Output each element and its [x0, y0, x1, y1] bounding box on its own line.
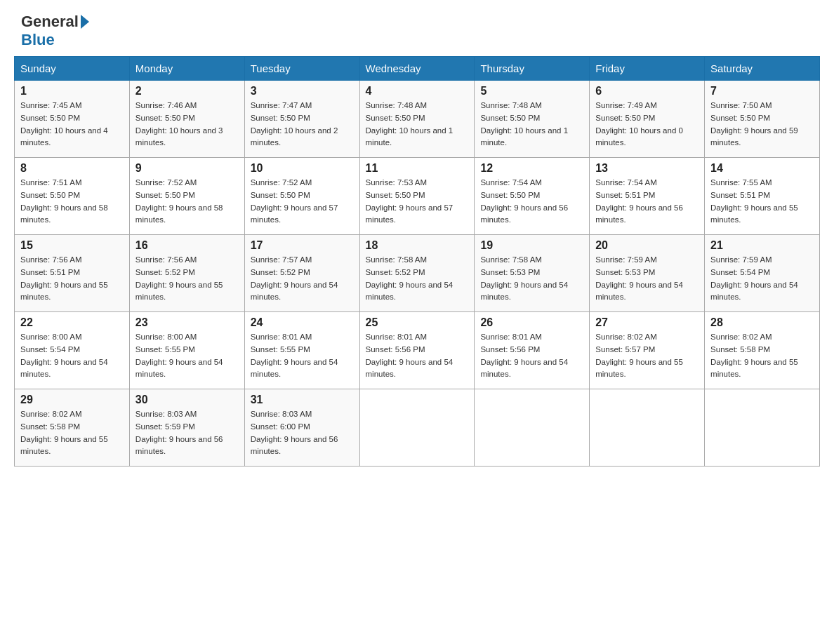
header-thursday: Thursday	[475, 57, 590, 81]
day-number-20: 20	[595, 239, 699, 252]
day-number-29: 29	[20, 394, 124, 406]
week-row-3: 15Sunrise: 7:56 AMSunset: 5:51 PMDayligh…	[15, 235, 820, 312]
day-info-13: Sunrise: 7:54 AMSunset: 5:51 PMDaylight:…	[595, 177, 699, 227]
logo-triangle-icon	[81, 15, 89, 29]
empty-cell	[590, 389, 705, 467]
day-cell-20: 20Sunrise: 7:59 AMSunset: 5:53 PMDayligh…	[590, 235, 705, 312]
week-row-5: 29Sunrise: 8:02 AMSunset: 5:58 PMDayligh…	[15, 389, 820, 467]
day-info-28: Sunrise: 8:02 AMSunset: 5:58 PMDaylight:…	[710, 331, 814, 381]
day-info-27: Sunrise: 8:02 AMSunset: 5:57 PMDaylight:…	[595, 331, 699, 381]
day-info-8: Sunrise: 7:51 AMSunset: 5:50 PMDaylight:…	[20, 177, 124, 227]
day-cell-1: 1Sunrise: 7:45 AMSunset: 5:50 PMDaylight…	[15, 81, 130, 158]
day-info-26: Sunrise: 8:01 AMSunset: 5:56 PMDaylight:…	[480, 331, 583, 381]
day-info-24: Sunrise: 8:01 AMSunset: 5:55 PMDaylight:…	[251, 331, 354, 381]
day-number-14: 14	[710, 162, 814, 175]
calendar-header-row: SundayMondayTuesdayWednesdayThursdayFrid…	[15, 57, 820, 81]
day-info-9: Sunrise: 7:52 AMSunset: 5:50 PMDaylight:…	[135, 177, 239, 227]
day-number-26: 26	[480, 316, 583, 329]
day-cell-15: 15Sunrise: 7:56 AMSunset: 5:51 PMDayligh…	[15, 235, 130, 312]
day-number-19: 19	[480, 239, 583, 252]
day-info-5: Sunrise: 7:48 AMSunset: 5:50 PMDaylight:…	[480, 100, 583, 149]
day-info-14: Sunrise: 7:55 AMSunset: 5:51 PMDaylight:…	[710, 177, 814, 227]
day-number-4: 4	[366, 85, 469, 98]
day-info-12: Sunrise: 7:54 AMSunset: 5:50 PMDaylight:…	[480, 177, 583, 227]
day-info-20: Sunrise: 7:59 AMSunset: 5:53 PMDaylight:…	[595, 254, 699, 304]
day-info-25: Sunrise: 8:01 AMSunset: 5:56 PMDaylight:…	[366, 331, 469, 381]
day-info-21: Sunrise: 7:59 AMSunset: 5:54 PMDaylight:…	[710, 254, 814, 304]
day-number-1: 1	[20, 85, 124, 98]
day-number-25: 25	[366, 316, 469, 329]
header-wednesday: Wednesday	[359, 57, 475, 81]
day-info-15: Sunrise: 7:56 AMSunset: 5:51 PMDaylight:…	[20, 254, 124, 304]
day-cell-12: 12Sunrise: 7:54 AMSunset: 5:50 PMDayligh…	[475, 158, 590, 235]
day-info-2: Sunrise: 7:46 AMSunset: 5:50 PMDaylight:…	[135, 100, 239, 149]
day-number-3: 3	[251, 85, 354, 98]
day-cell-6: 6Sunrise: 7:49 AMSunset: 5:50 PMDaylight…	[590, 81, 705, 158]
day-info-18: Sunrise: 7:58 AMSunset: 5:52 PMDaylight:…	[366, 254, 469, 304]
day-cell-24: 24Sunrise: 8:01 AMSunset: 5:55 PMDayligh…	[244, 312, 359, 389]
day-number-10: 10	[251, 162, 354, 175]
day-number-28: 28	[710, 316, 814, 329]
day-number-9: 9	[135, 162, 239, 175]
day-cell-31: 31Sunrise: 8:03 AMSunset: 6:00 PMDayligh…	[244, 389, 359, 467]
empty-cell	[705, 389, 820, 467]
day-cell-16: 16Sunrise: 7:56 AMSunset: 5:52 PMDayligh…	[129, 235, 244, 312]
day-cell-9: 9Sunrise: 7:52 AMSunset: 5:50 PMDaylight…	[129, 158, 244, 235]
day-cell-23: 23Sunrise: 8:00 AMSunset: 5:55 PMDayligh…	[129, 312, 244, 389]
day-cell-10: 10Sunrise: 7:52 AMSunset: 5:50 PMDayligh…	[244, 158, 359, 235]
week-row-4: 22Sunrise: 8:00 AMSunset: 5:54 PMDayligh…	[15, 312, 820, 389]
day-info-11: Sunrise: 7:53 AMSunset: 5:50 PMDaylight:…	[366, 177, 469, 227]
day-number-24: 24	[251, 316, 354, 329]
day-number-18: 18	[366, 239, 469, 252]
day-cell-18: 18Sunrise: 7:58 AMSunset: 5:52 PMDayligh…	[359, 235, 475, 312]
day-cell-19: 19Sunrise: 7:58 AMSunset: 5:53 PMDayligh…	[475, 235, 590, 312]
day-number-15: 15	[20, 239, 124, 252]
day-cell-11: 11Sunrise: 7:53 AMSunset: 5:50 PMDayligh…	[359, 158, 475, 235]
empty-cell	[359, 389, 475, 467]
day-info-1: Sunrise: 7:45 AMSunset: 5:50 PMDaylight:…	[20, 100, 124, 149]
day-info-31: Sunrise: 8:03 AMSunset: 6:00 PMDaylight:…	[251, 408, 354, 458]
day-cell-25: 25Sunrise: 8:01 AMSunset: 5:56 PMDayligh…	[359, 312, 475, 389]
header-tuesday: Tuesday	[244, 57, 359, 81]
day-cell-4: 4Sunrise: 7:48 AMSunset: 5:50 PMDaylight…	[359, 81, 475, 158]
logo: General Blue	[21, 13, 91, 49]
day-info-7: Sunrise: 7:50 AMSunset: 5:50 PMDaylight:…	[710, 100, 814, 149]
day-cell-27: 27Sunrise: 8:02 AMSunset: 5:57 PMDayligh…	[590, 312, 705, 389]
day-info-17: Sunrise: 7:57 AMSunset: 5:52 PMDaylight:…	[251, 254, 354, 304]
day-cell-30: 30Sunrise: 8:03 AMSunset: 5:59 PMDayligh…	[129, 389, 244, 467]
day-cell-8: 8Sunrise: 7:51 AMSunset: 5:50 PMDaylight…	[15, 158, 130, 235]
day-number-12: 12	[480, 162, 583, 175]
header-saturday: Saturday	[705, 57, 820, 81]
day-number-7: 7	[710, 85, 814, 98]
day-number-21: 21	[710, 239, 814, 252]
page-header: General Blue	[0, 0, 834, 56]
day-number-22: 22	[20, 316, 124, 329]
day-number-17: 17	[251, 239, 354, 252]
day-info-10: Sunrise: 7:52 AMSunset: 5:50 PMDaylight:…	[251, 177, 354, 227]
day-cell-3: 3Sunrise: 7:47 AMSunset: 5:50 PMDaylight…	[244, 81, 359, 158]
day-number-23: 23	[135, 316, 239, 329]
day-number-6: 6	[595, 85, 699, 98]
day-info-4: Sunrise: 7:48 AMSunset: 5:50 PMDaylight:…	[366, 100, 469, 149]
day-number-30: 30	[135, 394, 239, 406]
day-cell-17: 17Sunrise: 7:57 AMSunset: 5:52 PMDayligh…	[244, 235, 359, 312]
day-number-27: 27	[595, 316, 699, 329]
day-number-8: 8	[20, 162, 124, 175]
day-info-3: Sunrise: 7:47 AMSunset: 5:50 PMDaylight:…	[251, 100, 354, 149]
day-cell-5: 5Sunrise: 7:48 AMSunset: 5:50 PMDaylight…	[475, 81, 590, 158]
calendar-container: SundayMondayTuesdayWednesdayThursdayFrid…	[0, 56, 834, 474]
day-cell-14: 14Sunrise: 7:55 AMSunset: 5:51 PMDayligh…	[705, 158, 820, 235]
week-row-2: 8Sunrise: 7:51 AMSunset: 5:50 PMDaylight…	[15, 158, 820, 235]
day-number-5: 5	[480, 85, 583, 98]
day-cell-2: 2Sunrise: 7:46 AMSunset: 5:50 PMDaylight…	[129, 81, 244, 158]
day-info-6: Sunrise: 7:49 AMSunset: 5:50 PMDaylight:…	[595, 100, 699, 149]
header-monday: Monday	[129, 57, 244, 81]
day-number-2: 2	[135, 85, 239, 98]
header-sunday: Sunday	[15, 57, 130, 81]
day-cell-21: 21Sunrise: 7:59 AMSunset: 5:54 PMDayligh…	[705, 235, 820, 312]
day-number-11: 11	[366, 162, 469, 175]
calendar-table: SundayMondayTuesdayWednesdayThursdayFrid…	[14, 56, 820, 467]
day-info-29: Sunrise: 8:02 AMSunset: 5:58 PMDaylight:…	[20, 408, 124, 458]
logo-blue-text: Blue	[21, 31, 55, 48]
day-cell-29: 29Sunrise: 8:02 AMSunset: 5:58 PMDayligh…	[15, 389, 130, 467]
